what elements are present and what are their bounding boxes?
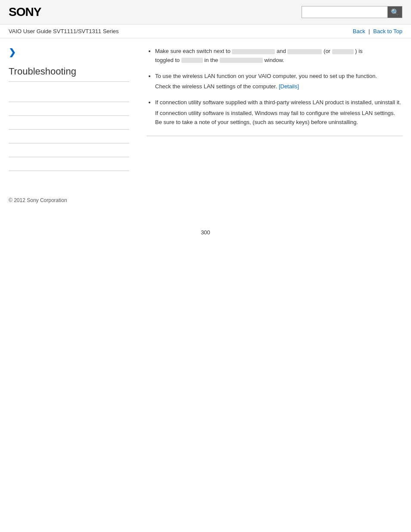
bullet1-and: and: [277, 48, 286, 54]
content-area: Make sure each switch next to and (or ) …: [138, 47, 402, 171]
page-number: 300: [0, 229, 411, 244]
redacted-2: [287, 49, 322, 54]
list-item: [9, 157, 129, 171]
bullet-item-2: To use the wireless LAN function on your…: [155, 72, 402, 92]
bullet2-text: To use the wireless LAN function on your…: [155, 73, 377, 79]
copyright-text: © 2012 Sony Corporation: [9, 197, 67, 203]
main-content: ❯ Troubleshooting: [0, 38, 411, 180]
bullet1-toggled: toggled to: [155, 57, 180, 63]
sidebar-links: [9, 88, 129, 171]
redacted-5: [220, 58, 263, 63]
bullet1-window: window.: [264, 57, 284, 63]
nav-bar: VAIO User Guide SVT1111/SVT1311 Series B…: [0, 25, 411, 38]
bullet-item-3: If connection utility software supplied …: [155, 98, 402, 127]
bullet2-check: Check the wireless LAN settings of the c…: [155, 83, 277, 90]
nav-separator: |: [368, 28, 371, 34]
page-footer: © 2012 Sony Corporation: [0, 188, 411, 212]
bullet-item-1: Make sure each switch next to and (or ) …: [155, 47, 402, 65]
chevron-icon: ❯: [9, 47, 129, 57]
sidebar-link-6[interactable]: [9, 161, 10, 167]
bullet1-in-the: in the: [204, 57, 218, 63]
redacted-4: [181, 58, 203, 63]
sidebar-link-3[interactable]: [9, 120, 10, 126]
redacted-1: [232, 49, 275, 54]
bullet1-or-prefix: or: [325, 48, 330, 54]
list-item: [9, 116, 129, 130]
sidebar: ❯ Troubleshooting: [9, 47, 138, 171]
sony-logo: SONY: [9, 5, 41, 19]
bullet1-is: is: [358, 48, 362, 54]
search-icon: 🔍: [391, 8, 399, 16]
back-link[interactable]: Back: [353, 28, 365, 34]
sidebar-link-5[interactable]: [9, 147, 10, 153]
bullet1-prefix: Make sure each switch next to: [155, 48, 230, 54]
bullet3-text: If connection utility software supplied …: [155, 99, 401, 106]
details-link[interactable]: [Details]: [279, 83, 299, 90]
page-header: SONY 🔍: [0, 0, 411, 25]
search-input[interactable]: [302, 6, 388, 18]
search-area: 🔍: [302, 6, 402, 18]
list-item: [9, 143, 129, 157]
search-button[interactable]: 🔍: [388, 6, 402, 18]
bullet3-detail: If connection utility software is instal…: [155, 109, 402, 127]
sidebar-link-4[interactable]: [9, 134, 10, 140]
content-divider: [146, 136, 402, 136]
back-to-top-label: Back to Top: [373, 28, 402, 34]
guide-title: VAIO User Guide SVT1111/SVT1311 Series: [9, 28, 119, 34]
list-item: [9, 102, 129, 116]
content-list: Make sure each switch next to and (or ) …: [146, 47, 402, 127]
list-item: [9, 130, 129, 143]
back-to-top-link[interactable]: Back to Top: [373, 28, 402, 34]
list-item: [9, 88, 129, 102]
sidebar-link-1[interactable]: [9, 92, 10, 98]
redacted-3: [332, 49, 354, 54]
sidebar-link-2[interactable]: [9, 106, 10, 112]
sidebar-title: Troubleshooting: [9, 66, 129, 82]
nav-links: Back | Back to Top: [353, 28, 402, 34]
